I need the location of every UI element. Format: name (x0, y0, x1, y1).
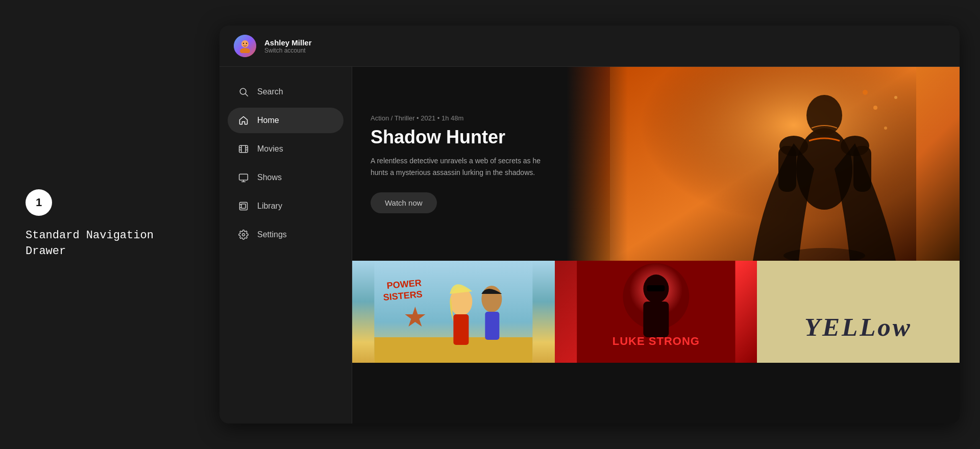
svg-text:YELLow: YELLow (804, 312, 912, 341)
annotation-title: Standard Navigation Drawer (26, 228, 194, 260)
svg-rect-17 (241, 204, 246, 208)
thumbnail-luke-strong[interactable]: LUKE STRONG (555, 261, 757, 363)
content-area: Action / Thriller • 2021 • 1h 48m Shadow… (352, 67, 960, 423)
svg-text:LUKE STRONG: LUKE STRONG (612, 335, 699, 347)
svg-rect-37 (453, 314, 469, 345)
sidebar-item-home[interactable]: Home (228, 108, 344, 133)
sidebar-item-shows[interactable]: Shows (228, 165, 344, 190)
step-badge: 1 (26, 189, 52, 216)
thumbnail-yellow[interactable]: YELLow (757, 261, 960, 363)
svg-rect-39 (485, 312, 499, 340)
top-bar: Ashley Miller Switch account (219, 26, 960, 67)
svg-point-20 (242, 234, 245, 236)
sidebar-label-home: Home (257, 116, 279, 125)
sidebar-item-settings[interactable]: Settings (228, 222, 344, 247)
svg-point-32 (894, 96, 897, 99)
home-icon (238, 115, 249, 126)
hero-image (567, 67, 960, 261)
switch-account-link[interactable]: Switch account (264, 47, 312, 54)
thumbnail-power-sisters[interactable]: POWER SISTERS (352, 261, 555, 363)
svg-rect-47 (643, 302, 669, 337)
sidebar: Search Home Movies (219, 67, 352, 423)
svg-rect-16 (240, 203, 248, 210)
user-name: Ashley Miller (264, 38, 312, 47)
movies-icon (238, 143, 249, 155)
svg-rect-50 (757, 261, 960, 363)
thumbnails-row: POWER SISTERS (352, 261, 960, 363)
hero-info: Action / Thriller • 2021 • 1h 48m Shadow… (352, 67, 567, 261)
power-sisters-art: POWER SISTERS (352, 261, 555, 363)
hero-section: Action / Thriller • 2021 • 1h 48m Shadow… (352, 67, 960, 261)
main-content: Search Home Movies (219, 67, 960, 423)
search-icon (238, 86, 249, 97)
sidebar-item-search[interactable]: Search (228, 79, 344, 105)
svg-point-29 (873, 106, 877, 110)
settings-icon (238, 229, 249, 240)
sidebar-label-shows: Shows (257, 173, 282, 182)
watch-now-button[interactable]: Watch now (371, 192, 437, 213)
sidebar-label-movies: Movies (257, 144, 283, 154)
avatar-icon (238, 39, 252, 53)
svg-line-5 (246, 94, 248, 96)
svg-rect-6 (239, 145, 248, 152)
sidebar-item-movies[interactable]: Movies (228, 136, 344, 162)
svg-point-3 (246, 43, 247, 44)
hero-description: A relentless detective unravels a web of… (371, 155, 548, 178)
app-window: Ashley Miller Switch account Search (219, 26, 960, 423)
sidebar-label-library: Library (257, 202, 282, 211)
yellow-art: YELLow (757, 261, 960, 363)
shows-icon (238, 172, 249, 183)
avatar (234, 35, 256, 57)
hero-meta: Action / Thriller • 2021 • 1h 48m (371, 114, 548, 122)
svg-rect-13 (239, 174, 248, 180)
hero-character-svg (567, 67, 960, 261)
sidebar-item-library[interactable]: Library (228, 193, 344, 219)
svg-point-31 (863, 90, 868, 95)
svg-rect-48 (647, 285, 665, 291)
luke-strong-art: LUKE STRONG (555, 261, 757, 363)
svg-point-30 (884, 127, 887, 130)
annotation-panel: 1 Standard Navigation Drawer (0, 169, 219, 280)
library-icon (238, 201, 249, 212)
hero-title: Shadow Hunter (371, 127, 548, 147)
outer-container: 1 Standard Navigation Drawer (0, 0, 980, 449)
sidebar-label-search: Search (257, 87, 283, 96)
user-info: Ashley Miller Switch account (264, 38, 312, 54)
sidebar-label-settings: Settings (257, 230, 287, 239)
hero-background (567, 67, 960, 261)
svg-point-1 (240, 48, 250, 53)
svg-point-24 (806, 95, 842, 136)
svg-point-2 (243, 43, 244, 44)
